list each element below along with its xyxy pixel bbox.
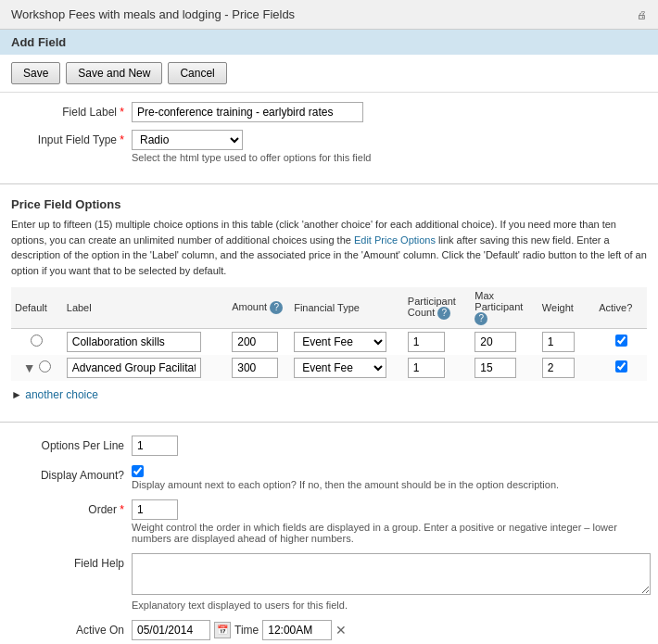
row-maxpart-input-0[interactable] bbox=[475, 332, 516, 352]
order-row: Order * Weight control the order in whic… bbox=[11, 499, 647, 544]
partcount-info-icon[interactable]: ? bbox=[437, 307, 450, 320]
pfo-title: Price Field Options bbox=[11, 197, 647, 211]
col-header-active: Active? bbox=[595, 287, 647, 329]
order-input[interactable] bbox=[132, 499, 178, 520]
weight-cell bbox=[538, 329, 595, 356]
row-amount-input-1[interactable] bbox=[232, 358, 278, 378]
input-type-label: Input Field Type * bbox=[11, 130, 132, 146]
amount-cell bbox=[228, 329, 290, 356]
page-title: Workshop Fees with meals and lodging - P… bbox=[11, 7, 295, 21]
drag-handle[interactable]: ▼ bbox=[23, 360, 36, 375]
col-header-maxpart: Max Participant ? bbox=[471, 287, 538, 329]
active-cell bbox=[595, 329, 647, 356]
price-field-options-section: Price Field Options Enter up to fifteen … bbox=[0, 188, 658, 418]
another-choice-link[interactable]: another choice bbox=[25, 388, 98, 401]
maxpart-cell bbox=[471, 329, 538, 356]
weight-cell bbox=[538, 355, 595, 381]
table-row: ▼ Event Fee Member Dues Donation bbox=[11, 355, 647, 381]
maxpart-info-icon[interactable]: ? bbox=[475, 312, 487, 325]
maxpart-cell bbox=[471, 355, 538, 381]
field-help-row: Field Help Explanatory text displayed to… bbox=[11, 553, 647, 611]
field-label-label: Field Label * bbox=[11, 102, 132, 119]
active-on-label: Active On bbox=[11, 620, 132, 637]
col-header-fintype: Financial Type bbox=[290, 287, 404, 329]
field-label-row: Field Label * bbox=[11, 102, 647, 122]
another-choice-section: ► another choice bbox=[11, 388, 647, 401]
input-type-control: Radio Checkbox Select Text Select the ht… bbox=[132, 130, 647, 163]
input-type-hint: Select the html type used to offer optio… bbox=[132, 152, 647, 163]
default-cell bbox=[11, 329, 63, 356]
row-weight-input-1[interactable] bbox=[542, 358, 575, 378]
options-table-header: Default Label Amount ? Financial Type Pa… bbox=[11, 287, 647, 329]
save-button[interactable]: Save bbox=[11, 62, 60, 84]
order-hint: Weight control the order in which fields… bbox=[132, 522, 647, 544]
row-maxpart-input-1[interactable] bbox=[475, 358, 516, 378]
active-on-clear-button[interactable]: ✕ bbox=[335, 624, 347, 637]
save-and-new-button[interactable]: Save and New bbox=[66, 62, 162, 84]
input-type-select[interactable]: Radio Checkbox Select Text bbox=[132, 130, 243, 150]
col-header-default: Default bbox=[11, 287, 63, 329]
row-active-checkbox-1[interactable] bbox=[615, 360, 627, 373]
amount-cell bbox=[228, 355, 290, 381]
row-fintype-select-0[interactable]: Event Fee Member Dues Donation bbox=[294, 332, 386, 352]
col-header-amount: Amount ? bbox=[228, 287, 290, 329]
row-partcount-input-0[interactable] bbox=[408, 332, 445, 352]
field-help-label: Field Help bbox=[11, 553, 132, 570]
field-label-control bbox=[132, 102, 647, 122]
fintype-cell: Event Fee Member Dues Donation bbox=[290, 329, 404, 356]
active-on-date-input[interactable] bbox=[132, 620, 210, 640]
display-amount-label: Display Amount? bbox=[11, 465, 132, 482]
row-label-input-1[interactable] bbox=[67, 358, 201, 378]
edit-price-options-link[interactable]: Edit Price Options bbox=[354, 234, 436, 246]
active-on-row: Active On 📅 Time ✕ Date this field becom… bbox=[11, 620, 647, 644]
label-cell bbox=[63, 329, 228, 356]
row-label-input-0[interactable] bbox=[67, 332, 201, 352]
default-radio-0[interactable] bbox=[31, 335, 43, 347]
row-amount-input-0[interactable] bbox=[232, 332, 278, 352]
field-help-hint: Explanatory text displayed to users for … bbox=[132, 600, 651, 611]
col-header-weight: Weight bbox=[538, 287, 595, 329]
options-table: Default Label Amount ? Financial Type Pa… bbox=[11, 287, 647, 381]
partcount-cell bbox=[404, 329, 472, 356]
col-header-label: Label bbox=[63, 287, 228, 329]
partcount-cell bbox=[404, 355, 472, 381]
toolbar: Save Save and New Cancel bbox=[0, 55, 658, 93]
order-label: Order * bbox=[11, 499, 132, 516]
options-per-line-row: Options Per Line bbox=[11, 436, 647, 456]
section-header: Add Field bbox=[0, 30, 658, 55]
cancel-button[interactable]: Cancel bbox=[168, 62, 226, 84]
active-on-time-input[interactable] bbox=[262, 620, 332, 640]
active-cell bbox=[595, 355, 647, 381]
row-partcount-input-1[interactable] bbox=[408, 358, 445, 378]
page-title-bar: Workshop Fees with meals and lodging - P… bbox=[0, 0, 658, 30]
row-fintype-select-1[interactable]: Event Fee Member Dues Donation bbox=[294, 358, 386, 378]
default-radio-1[interactable] bbox=[39, 360, 51, 373]
active-on-time-label: Time bbox=[234, 624, 259, 637]
amount-info-icon[interactable]: ? bbox=[270, 301, 283, 314]
field-label-section: Field Label * Input Field Type * Radio C… bbox=[0, 93, 658, 180]
display-amount-checkbox[interactable] bbox=[132, 465, 144, 477]
fintype-cell: Event Fee Member Dues Donation bbox=[290, 355, 404, 381]
row-active-checkbox-0[interactable] bbox=[615, 335, 627, 347]
options-per-line-input[interactable] bbox=[132, 436, 178, 456]
bottom-form-section: Options Per Line Display Amount? Display… bbox=[0, 426, 658, 644]
field-label-input[interactable] bbox=[132, 102, 363, 122]
display-amount-row: Display Amount? Display amount next to e… bbox=[11, 465, 647, 490]
display-amount-hint: Display amount next to each option? If n… bbox=[132, 479, 647, 490]
input-field-type-row: Input Field Type * Radio Checkbox Select… bbox=[11, 130, 647, 163]
table-row: Event Fee Member Dues Donation bbox=[11, 329, 647, 356]
print-icon[interactable]: 🖨 bbox=[637, 9, 647, 20]
active-on-calendar-icon[interactable]: 📅 bbox=[214, 622, 231, 638]
col-header-partcount: Participant Count ? bbox=[404, 287, 472, 329]
default-cell: ▼ bbox=[11, 355, 63, 381]
field-help-textarea[interactable] bbox=[132, 553, 651, 595]
options-per-line-label: Options Per Line bbox=[11, 436, 132, 452]
row-weight-input-0[interactable] bbox=[542, 332, 575, 352]
label-cell bbox=[63, 355, 228, 381]
pfo-description: Enter up to fifteen (15) multiple choice… bbox=[11, 217, 647, 278]
